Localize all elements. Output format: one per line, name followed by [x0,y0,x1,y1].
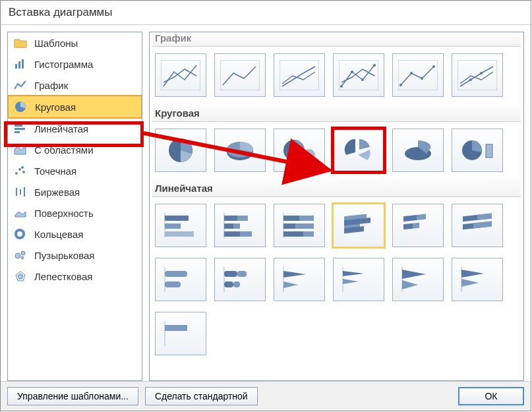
manage-templates-button[interactable]: Управление шаблонами... [7,387,138,405]
chart-thumb-line-2[interactable] [214,53,266,97]
svg-point-16 [15,253,20,258]
svg-rect-4 [15,125,22,127]
pie-chart-icon [14,100,28,113]
sidebar-item-donut[interactable]: Кольцевая [8,223,142,245]
sidebar-item-label: Кольцевая [34,229,83,240]
svg-point-8 [18,168,21,171]
chart-thumb-line-4[interactable] [333,53,384,97]
chart-thumb-bar-cone-2[interactable] [333,258,384,301]
chart-thumb-bar-cyl-1[interactable] [155,258,206,301]
svg-marker-94 [461,279,479,287]
sidebar-item-area[interactable]: С областями [8,139,142,160]
chart-thumb-pie-6[interactable] [452,129,503,172]
svg-point-33 [432,65,435,68]
svg-point-35 [469,78,472,81]
dialog-footer: Управление шаблонами... Сделать стандарт… [1,381,531,411]
sidebar-item-templates[interactable]: Шаблоны [8,32,142,53]
chart-thumb-bar-6[interactable] [452,204,503,247]
ok-button[interactable]: ОК [458,387,524,405]
chart-type-gallery: График Круговая Линейчатая [149,32,524,381]
svg-rect-96 [165,325,187,331]
svg-point-32 [421,77,423,80]
sidebar-item-label: Поверхность [34,208,94,219]
chart-thumb-line-5[interactable] [392,53,444,97]
set-default-button[interactable]: Сделать стандартной [145,387,258,405]
chart-thumb-line-1[interactable] [155,53,206,97]
svg-rect-48 [165,231,194,237]
svg-marker-87 [343,271,364,276]
svg-rect-6 [15,131,20,133]
svg-rect-76 [165,271,187,277]
chart-thumb-bar-1[interactable] [155,204,206,247]
svg-rect-0 [15,64,17,69]
svg-rect-69 [403,223,413,229]
chart-thumb-bar-2[interactable] [214,204,266,247]
line-chart-icon [13,78,28,92]
bar-vertical-icon [13,57,28,71]
chart-thumb-pie-1[interactable] [155,129,206,172]
chart-thumb-bar-extra[interactable] [155,312,206,355]
chart-thumb-bar-cyl-2[interactable] [214,258,266,301]
svg-point-28 [373,64,376,67]
section-header-pie: Круговая [152,103,521,122]
scatter-chart-icon [13,164,28,177]
svg-marker-90 [402,270,426,279]
sidebar-item-label: Круговая [35,102,76,113]
svg-rect-82 [233,281,240,287]
chart-thumb-bar-3d-clustered[interactable] [333,204,384,247]
svg-point-15 [17,231,22,237]
svg-rect-80 [237,271,247,277]
chart-thumb-bar-5[interactable] [392,204,444,247]
svg-point-17 [21,251,25,255]
svg-marker-84 [283,271,306,278]
chart-thumb-line-6[interactable] [452,53,503,97]
svg-rect-52 [224,223,233,229]
sidebar-item-histogram[interactable]: Гистограмма [8,53,142,74]
chart-thumb-bar-3[interactable] [274,204,325,247]
chart-thumb-pie-exploded[interactable] [333,129,384,172]
sidebar-item-label: Лепестковая [34,271,92,282]
svg-rect-72 [477,214,492,220]
svg-point-9 [22,171,25,173]
svg-marker-85 [283,281,298,288]
svg-rect-74 [473,221,492,229]
chart-thumb-bar-pyr-1[interactable] [392,258,444,301]
area-chart-icon [13,143,28,156]
sidebar-item-pie[interactable]: Круговая [7,95,142,119]
sidebar-item-surface[interactable]: Поверхность [8,202,142,223]
svg-point-26 [351,71,353,73]
chart-thumb-pie-2[interactable] [214,129,266,172]
svg-marker-88 [343,279,359,284]
dialog-title: Вставка диаграммы [1,1,531,25]
svg-rect-54 [224,231,240,237]
svg-rect-53 [233,223,240,229]
chart-thumb-pie-3[interactable] [274,129,325,172]
svg-rect-1 [18,61,20,69]
stock-chart-icon [13,185,28,198]
svg-rect-44 [486,144,492,158]
bar-chart-thumbs-3 [152,308,521,362]
surface-chart-icon [13,206,28,220]
svg-rect-58 [299,216,314,221]
svg-point-7 [15,172,18,175]
sidebar-item-label: С областями [34,144,94,156]
section-header-bar: Линейчатая [152,179,521,197]
sidebar-item-scatter[interactable]: Точечная [8,160,142,181]
svg-marker-20 [18,274,23,279]
chart-thumb-pie-5[interactable] [392,129,444,172]
sidebar-item-label: Гистограмма [34,59,93,70]
svg-rect-81 [224,281,233,287]
sidebar-item-bubble[interactable]: Пузырьковая [8,245,142,266]
sidebar-item-radar[interactable]: Лепестковая [8,266,142,287]
sidebar-item-line[interactable]: График [8,74,142,96]
sidebar-item-bar-h[interactable]: Линейчатая [8,118,142,139]
chart-thumb-bar-pyr-2[interactable] [452,258,503,301]
svg-point-18 [21,256,24,259]
svg-rect-67 [403,215,417,221]
bar-chart-thumbs-2 [152,254,521,308]
line-chart-thumbs [152,49,521,103]
chart-thumb-bar-cone-1[interactable] [274,258,325,301]
chart-thumb-line-3[interactable] [274,53,325,97]
svg-rect-60 [295,223,314,229]
sidebar-item-stock[interactable]: Биржевая [8,181,142,202]
